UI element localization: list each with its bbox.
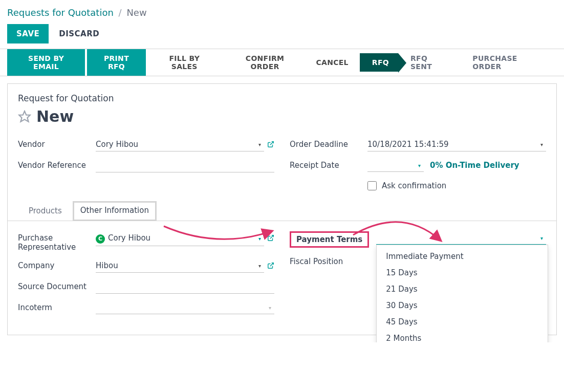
breadcrumb-parent[interactable]: Requests for Quotation xyxy=(7,7,114,18)
status-rfq-sent[interactable]: RFQ SENT xyxy=(398,49,460,76)
vendor-input[interactable]: Cory Hibou ▾ xyxy=(96,138,264,151)
breadcrumb-current: New xyxy=(126,7,146,18)
chevron-down-icon: ▾ xyxy=(540,235,543,241)
chevron-down-icon: ▾ xyxy=(269,304,271,310)
breadcrumb: Requests for Quotation / New xyxy=(7,7,557,18)
company-label: Company xyxy=(18,259,96,270)
receipt-date-input[interactable]: ▾ xyxy=(367,159,424,172)
company-input[interactable]: Hibou ▾ xyxy=(96,259,264,273)
priority-star-icon[interactable] xyxy=(18,110,31,123)
dropdown-item[interactable]: 30 Days xyxy=(377,297,548,314)
purchase-rep-input[interactable]: CCory Hibou ▾ xyxy=(96,231,264,246)
cancel-button[interactable]: CANCEL xyxy=(309,53,355,72)
form-title: New xyxy=(36,107,74,125)
dropdown-item[interactable]: 45 Days xyxy=(377,314,548,330)
form-subtitle: Request for Quotation xyxy=(18,93,546,103)
incoterm-label: Incoterm xyxy=(18,301,96,312)
save-button[interactable]: SAVE xyxy=(7,24,49,43)
chevron-down-icon: ▾ xyxy=(258,142,261,147)
chevron-down-icon: ▾ xyxy=(258,235,261,241)
external-link-icon[interactable] xyxy=(267,138,274,148)
fill-by-sales-button[interactable]: FILL BY SALES xyxy=(148,49,221,76)
order-deadline-label: Order Deadline xyxy=(290,138,367,149)
vendor-reference-input[interactable] xyxy=(96,159,274,172)
discard-button[interactable]: DISCARD xyxy=(59,29,99,38)
status-purchase-order[interactable]: PURCHASE ORDER xyxy=(460,49,557,76)
incoterm-input[interactable]: ▾ xyxy=(96,301,274,314)
payment-terms-label: Payment Terms xyxy=(290,231,369,248)
vendor-reference-label: Vendor Reference xyxy=(18,159,96,170)
order-deadline-input[interactable]: 10/18/2021 15:41:59 ▾ xyxy=(367,138,546,151)
svg-line-1 xyxy=(270,142,273,145)
receipt-date-label: Receipt Date xyxy=(290,159,367,170)
fiscal-position-label: Fiscal Position xyxy=(290,255,367,266)
payment-terms-input[interactable]: ▾ xyxy=(376,231,546,245)
tab-other-information[interactable]: Other Information xyxy=(73,201,157,221)
tab-products[interactable]: Products xyxy=(18,201,73,221)
dropdown-item[interactable]: 15 Days xyxy=(377,265,548,281)
ask-confirmation-label: Ask confirmation xyxy=(382,181,446,190)
external-link-icon[interactable] xyxy=(267,259,274,269)
chevron-down-icon: ▾ xyxy=(540,142,543,147)
source-document-label: Source Document xyxy=(18,280,96,291)
avatar-icon: C xyxy=(96,234,105,244)
chevron-down-icon: ▾ xyxy=(418,162,421,168)
dropdown-item[interactable]: Immediate Payment xyxy=(377,248,548,265)
vendor-label: Vendor xyxy=(18,138,96,149)
status-bar: RFQ RFQ SENT PURCHASE ORDER xyxy=(360,49,557,76)
svg-line-4 xyxy=(270,235,273,238)
source-document-input[interactable] xyxy=(96,280,274,294)
dropdown-item[interactable]: 21 Days xyxy=(377,281,548,297)
chevron-down-icon: ▾ xyxy=(258,263,261,269)
status-rfq[interactable]: RFQ xyxy=(360,53,398,72)
dropdown-item[interactable]: 2 Months xyxy=(377,330,548,342)
external-link-icon[interactable] xyxy=(267,231,274,242)
svg-marker-0 xyxy=(19,111,30,122)
print-rfq-button[interactable]: PRINT RFQ xyxy=(87,49,146,76)
svg-line-5 xyxy=(270,263,273,266)
purchase-rep-label: Purchase Representative xyxy=(18,231,96,252)
confirm-order-button[interactable]: CONFIRM ORDER xyxy=(223,49,307,76)
payment-terms-dropdown: Immediate Payment 15 Days 21 Days 30 Day… xyxy=(376,245,548,342)
ask-confirmation-checkbox[interactable] xyxy=(367,181,377,190)
send-by-email-button[interactable]: SEND BY EMAIL xyxy=(7,49,85,76)
ontime-delivery-link[interactable]: 0% On-Time Delivery xyxy=(424,161,519,170)
